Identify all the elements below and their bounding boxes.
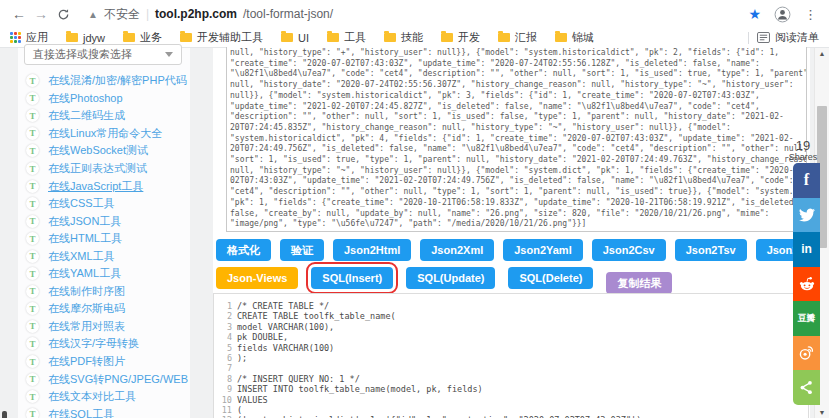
scrollbar-down-icon[interactable]: ▼: [815, 409, 829, 416]
toolbar-button[interactable]: SQL(Insert): [311, 267, 393, 289]
tool-list-item[interactable]: T 在线摩尔斯电码: [26, 300, 190, 318]
tool-list-item[interactable]: T 在线汉字/字母转换: [26, 335, 190, 353]
bookmark-item[interactable]: 汇报: [498, 30, 537, 45]
tool-list-item[interactable]: T 在线混淆/加密/解密PHP代码: [26, 72, 190, 90]
folder-icon: [384, 33, 396, 42]
line-number: 11: [218, 405, 232, 415]
tool-list-item[interactable]: T 在线制作时序图: [26, 283, 190, 301]
share-more-button[interactable]: [793, 370, 820, 405]
line-code: CREATE TABLE toolfk_table_name(: [237, 311, 396, 321]
tool-list-item[interactable]: T 在线二维码生成: [26, 107, 190, 125]
back-icon[interactable]: ←: [8, 3, 30, 25]
browser-menu-icon[interactable]: ⋮: [804, 7, 817, 22]
linkedin-share-button[interactable]: in: [793, 232, 820, 267]
facebook-share-button[interactable]: f: [793, 163, 820, 198]
tool-link[interactable]: 在线JSON工具: [48, 214, 121, 229]
url-security-chip[interactable]: ▲ 不安全 | tool.p2hp.com/tool-format-json/: [88, 6, 333, 23]
tool-link[interactable]: 在线汉字/字母转换: [48, 336, 139, 351]
tool-list-item[interactable]: T 在线WebSocket测试: [26, 142, 190, 160]
tool-select-dropdown[interactable]: 直接选择或搜索选择: [24, 44, 182, 65]
toolbar-button[interactable]: 格式化: [216, 239, 271, 261]
tool-link[interactable]: 在线正则表达式测试: [48, 161, 147, 176]
tool-link[interactable]: 在线Linux常用命令大全: [48, 126, 162, 141]
tool-list-item[interactable]: T 在线HTML工具: [26, 230, 190, 248]
tool-list-item[interactable]: T 在线正则表达式测试: [26, 160, 190, 178]
tool-list-item[interactable]: T 在线文本对比工具: [26, 388, 190, 406]
bookmark-item[interactable]: 开发辅助工具: [180, 30, 263, 45]
forward-icon[interactable]: →: [30, 3, 52, 25]
tool-link[interactable]: 在线混淆/加密/解密PHP代码: [48, 73, 187, 88]
tool-link[interactable]: 在线CSS工具: [48, 196, 115, 211]
share-count-label: Shares: [786, 152, 820, 162]
json-text-line: "image/png", "type": "\u56fe\u7247", "pa…: [230, 219, 803, 230]
bookmark-item[interactable]: jdyw: [66, 32, 105, 44]
toolbar-button[interactable]: Json2Html: [333, 239, 411, 261]
tool-link[interactable]: 在线WebSocket测试: [48, 143, 148, 158]
bookmark-item[interactable]: 技能: [384, 30, 423, 45]
tool-list-item[interactable]: T 在线Linux常用命令大全: [26, 125, 190, 143]
tool-list-item[interactable]: T 在线PDF转图片: [26, 353, 190, 371]
tool-link[interactable]: 在线二维码生成: [48, 108, 125, 123]
sql-output-line: 3 model VARCHAR(100),: [218, 322, 802, 332]
tool-list-item[interactable]: T 在线SQL工具: [26, 405, 190, 418]
reading-list-button[interactable]: 阅读清单: [757, 30, 819, 45]
toolbar-button[interactable]: Json2Xml: [420, 239, 494, 261]
weibo-share-button[interactable]: [793, 336, 820, 371]
tool-link[interactable]: 在线常用对照表: [48, 319, 125, 334]
bookmark-item[interactable]: UI: [281, 32, 309, 44]
tool-list-item[interactable]: T 在线YAML工具: [26, 265, 190, 283]
sql-output-panel[interactable]: 1 /* CREATE TABLE */ 2 CREATE TABLE tool…: [213, 293, 809, 418]
tool-link[interactable]: 在线SVG转PNG/JPEG/WEB: [48, 372, 188, 387]
profile-avatar-icon[interactable]: [774, 6, 791, 23]
toolbar-button[interactable]: Json2Tsv: [675, 239, 747, 261]
tool-link[interactable]: 在线HTML工具: [48, 231, 122, 246]
tool-list-item[interactable]: T 在线JSON工具: [26, 212, 190, 230]
toolbar-button[interactable]: Json-Views: [216, 267, 298, 289]
tool-list-item[interactable]: T 在线SVG转PNG/JPEG/WEB: [26, 370, 190, 388]
tool-link[interactable]: 在线SQL工具: [48, 407, 114, 418]
reload-icon[interactable]: [52, 3, 74, 25]
bookmark-label: UI: [298, 32, 309, 44]
bookmark-item[interactable]: 锦城: [555, 30, 594, 45]
tool-link[interactable]: 在线YAML工具: [48, 266, 121, 281]
bookmark-item[interactable]: 业务: [123, 30, 162, 45]
tool-link[interactable]: 在线JavaScript工具: [48, 179, 143, 194]
twitter-share-button[interactable]: [793, 198, 820, 233]
reddit-share-button[interactable]: [793, 267, 820, 302]
scroll-progress-widget: [2, 411, 7, 418]
bookmark-item[interactable]: 开发: [441, 30, 480, 45]
toolbar-button[interactable]: 复制结果: [606, 272, 672, 294]
url-host[interactable]: tool.p2hp.com: [155, 7, 237, 21]
chevron-down-icon: [165, 52, 173, 57]
scrollbar-up-icon[interactable]: ▲: [815, 50, 829, 57]
sql-output-line: 9 INSERT INTO toolfk_table_name(model, p…: [218, 384, 802, 394]
url-path[interactable]: /tool-format-json/: [243, 7, 333, 21]
scroll-progress-top: [2, 411, 7, 418]
bookmark-item[interactable]: 应用: [10, 30, 48, 45]
json-text-line: false, "create_by": null, "update_by": n…: [230, 209, 803, 220]
tool-link[interactable]: 在线摩尔斯电码: [48, 301, 125, 316]
tool-link[interactable]: 在线制作时序图: [48, 284, 125, 299]
sql-output-line: 6 );: [218, 353, 802, 363]
json-input-editor[interactable]: null, "history_type": "+", "history_user…: [226, 47, 807, 232]
douban-share-button[interactable]: 豆瓣: [793, 301, 820, 336]
folder-icon: [498, 33, 510, 42]
line-number: 6: [218, 353, 232, 363]
toolbar-button[interactable]: Json2Csv: [592, 239, 666, 261]
tool-link[interactable]: 在线PDF转图片: [48, 354, 125, 369]
tool-list-item[interactable]: T 在线XML工具: [26, 247, 190, 265]
toolbar-button[interactable]: 验证: [280, 239, 324, 261]
json-text-line: "update_time": "2021-02-20T07:24:45.827Z…: [230, 102, 803, 113]
toolbar-button[interactable]: SQL(Update): [406, 267, 495, 289]
tool-list-item[interactable]: T 在线JavaScript工具: [26, 177, 190, 195]
tool-list-item[interactable]: T 在线常用对照表: [26, 318, 190, 336]
tool-list-item[interactable]: T 在线CSS工具: [26, 195, 190, 213]
tool-link[interactable]: 在线Photoshop: [48, 91, 123, 106]
tool-link[interactable]: 在线XML工具: [48, 249, 115, 264]
toolbar-button[interactable]: SQL(Delete): [508, 267, 593, 289]
bookmark-star-icon[interactable]: ★: [748, 6, 761, 22]
tool-link[interactable]: 在线文本对比工具: [48, 389, 136, 404]
bookmark-item[interactable]: 工具: [327, 30, 366, 45]
tool-list-item[interactable]: T 在线Photoshop: [26, 90, 190, 108]
toolbar-button[interactable]: Json2Yaml: [503, 239, 582, 261]
